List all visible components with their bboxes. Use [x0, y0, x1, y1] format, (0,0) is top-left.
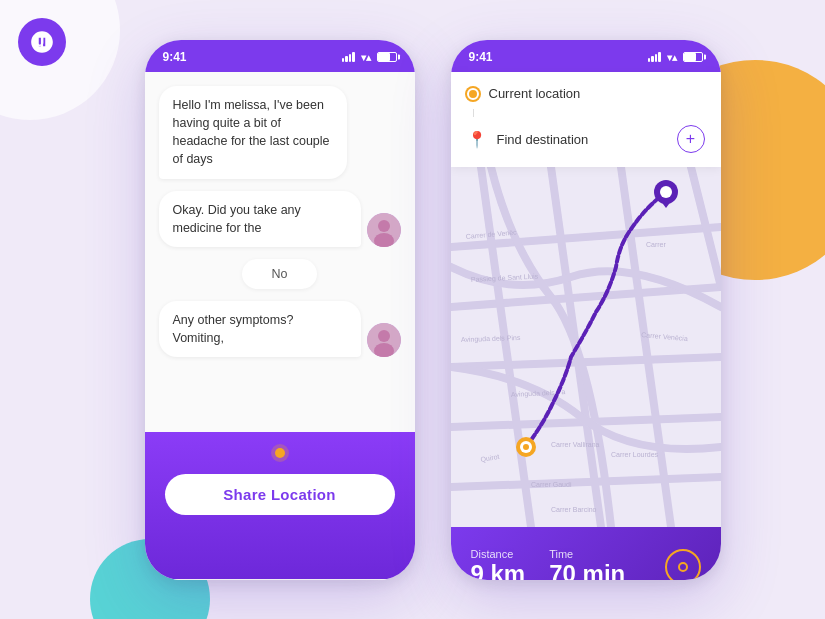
svg-text:Carrer: Carrer [646, 241, 667, 248]
message-4-bubble: Any other symptoms? Vomiting, [159, 301, 361, 357]
chat-status-icons: ▾▴ [342, 52, 397, 63]
phones-wrapper: 9:41 ▾▴ Hello I'm melissa, I've been hav… [80, 40, 785, 580]
map-status-bar: 9:41 ▾▴ [451, 40, 721, 72]
time-stat: Time 70 min [549, 548, 625, 580]
app-logo: U [18, 18, 66, 66]
distance-label: Distance [471, 548, 526, 560]
divider [473, 109, 474, 117]
distance-stat: Distance 9 km [471, 548, 526, 580]
time-label: Time [549, 548, 625, 560]
map-view[interactable]: Carrer de Venèc Passieg de Sant Lluis Av… [451, 167, 721, 527]
wifi-icon: ▾▴ [361, 52, 371, 63]
map-stats-panel: Distance 9 km Time 70 min [451, 527, 721, 580]
chat-messages-area: Hello I'm melissa, I've been having quit… [145, 72, 415, 432]
svg-text:U: U [36, 35, 45, 49]
chat-time: 9:41 [163, 50, 187, 64]
find-destination-label[interactable]: Find destination [497, 132, 667, 147]
svg-point-6 [378, 330, 390, 342]
avatar-1 [367, 213, 401, 247]
message-4: Any other symptoms? Vomiting, [159, 301, 401, 357]
map-time: 9:41 [469, 50, 493, 64]
logo-icon: U [29, 29, 55, 55]
current-location-row: Current location [467, 86, 705, 101]
origin-marker-center [523, 444, 529, 450]
chat-phone: 9:41 ▾▴ Hello I'm melissa, I've been hav… [145, 40, 415, 580]
origin-dot-icon [467, 88, 479, 100]
svg-text:Carrer Barcino: Carrer Barcino [551, 506, 597, 513]
add-destination-button[interactable]: + [677, 125, 705, 153]
message-3: No [242, 259, 318, 289]
destination-row: 📍 Find destination + [467, 125, 705, 153]
svg-text:Carrer Lourdes: Carrer Lourdes [611, 451, 659, 458]
target-icon-inner [678, 562, 688, 572]
svg-point-3 [378, 220, 390, 232]
message-2: Okay. Did you take any medicine for the [159, 191, 401, 247]
share-location-panel: Share Location [145, 432, 415, 579]
map-battery-icon [683, 52, 703, 62]
target-button[interactable] [665, 549, 701, 580]
map-stats-group: Distance 9 km Time 70 min [471, 548, 626, 580]
destination-pin-icon: 📍 [467, 130, 487, 149]
map-phone: 9:41 ▾▴ Current location 📍 Find destinat… [451, 40, 721, 580]
map-svg: Carrer de Venèc Passieg de Sant Lluis Av… [451, 167, 721, 527]
current-location-label[interactable]: Current location [489, 86, 705, 101]
distance-value: 9 km [471, 562, 526, 580]
signal-icon [342, 52, 355, 62]
time-value: 70 min [549, 562, 625, 580]
map-wifi-icon: ▾▴ [667, 52, 677, 63]
location-dot [275, 448, 285, 458]
chat-status-bar: 9:41 ▾▴ [145, 40, 415, 72]
svg-point-30 [660, 186, 672, 198]
avatar-2 [367, 323, 401, 357]
map-signal-icon [648, 52, 661, 62]
battery-icon [377, 52, 397, 62]
message-2-bubble: Okay. Did you take any medicine for the [159, 191, 361, 247]
search-panel: Current location 📍 Find destination + [451, 72, 721, 167]
svg-text:Carrer Vallirana: Carrer Vallirana [551, 441, 600, 448]
message-1: Hello I'm melissa, I've been having quit… [159, 86, 348, 179]
map-status-icons: ▾▴ [648, 52, 703, 63]
svg-text:Carrer Gaudi: Carrer Gaudi [531, 481, 572, 488]
share-location-button[interactable]: Share Location [165, 474, 395, 515]
message-input-area: + [145, 579, 415, 580]
